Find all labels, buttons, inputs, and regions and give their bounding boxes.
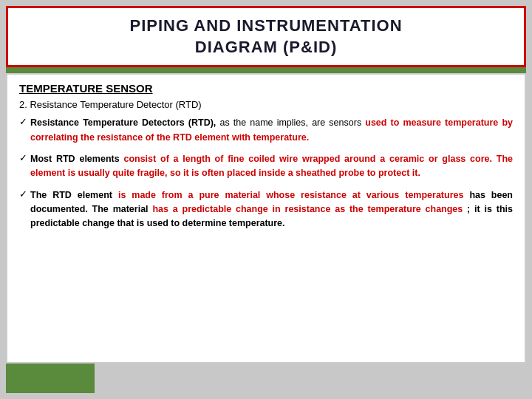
bullet1-bold: Resistance Temperature Detectors (RTD), xyxy=(30,117,216,128)
bullet3-red2: has a predictable change in resistance a… xyxy=(152,204,463,214)
bullet-block-1: ✓ Resistance Temperature Detectors (RTD)… xyxy=(19,116,513,145)
bullet-text-2: Most RTD elements consist of a length of… xyxy=(30,152,513,181)
bottom-green-block xyxy=(6,364,95,393)
checkmark-2: ✓ xyxy=(19,152,27,163)
header-title-line1: PIPING AND INSTRUMENTATION xyxy=(129,16,402,35)
bullet3-red1: is made from a pure material whose resis… xyxy=(118,190,464,200)
bullet-text-3: The RTD element is made from a pure mate… xyxy=(30,188,513,231)
content-area: TEMPERATURE SENSOR 2. Resistance Tempera… xyxy=(6,73,526,364)
header-title: PIPING AND INSTRUMENTATION DIAGRAM (P&ID… xyxy=(20,16,512,58)
bullet3-bold1: The RTD element xyxy=(30,190,112,200)
header-title-line2: DIAGRAM (P&ID) xyxy=(195,38,337,56)
bullet-block-3: ✓ The RTD element is made from a pure ma… xyxy=(19,188,513,231)
bullet-text-1: Resistance Temperature Detectors (RTD), … xyxy=(30,116,513,145)
bottom-bar xyxy=(6,364,526,393)
checkmark-3: ✓ xyxy=(19,188,27,200)
bullet1-normal: as the name implies, are sensors xyxy=(219,117,365,128)
section-title: TEMPERATURE SENSOR xyxy=(19,82,513,95)
bullet2-bold: Most RTD elements xyxy=(30,154,120,164)
checkmark-1: ✓ xyxy=(19,116,27,127)
green-divider-bar xyxy=(6,67,526,73)
page-wrapper: PIPING AND INSTRUMENTATION DIAGRAM (P&ID… xyxy=(0,0,532,399)
subsection-title: 2. Resistance Temperature Detector (RTD) xyxy=(19,99,513,110)
bottom-gray-area xyxy=(95,364,526,393)
bullet-block-2: ✓ Most RTD elements consist of a length … xyxy=(19,152,513,181)
header-box: PIPING AND INSTRUMENTATION DIAGRAM (P&ID… xyxy=(6,6,526,67)
